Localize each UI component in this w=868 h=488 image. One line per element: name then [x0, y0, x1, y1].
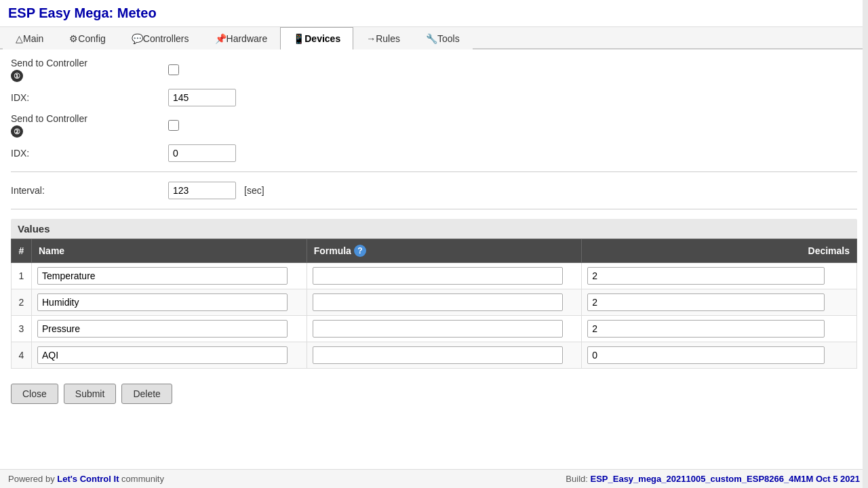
row-decimals-cell [582, 342, 857, 369]
table-row: 1 [12, 263, 857, 289]
values-section-header: Values [11, 219, 857, 239]
row-num: 1 [12, 263, 32, 289]
formula-input-1[interactable] [313, 267, 563, 285]
formula-input-2[interactable] [313, 293, 563, 311]
decimals-input-3[interactable] [587, 320, 825, 338]
scrollbar[interactable] [863, 0, 868, 488]
app-header: ESP Easy Mega: Meteo [0, 0, 868, 27]
col-decimals-header: Decimals [582, 239, 857, 263]
powered-by-suffix: community [119, 474, 163, 484]
build-value: ESP_Easy_mega_20211005_custom_ESP8266_4M… [591, 474, 861, 484]
table-row: 2 [12, 289, 857, 316]
col-name-header: Name [32, 239, 307, 263]
row-name-cell [32, 316, 307, 342]
nav-tab-rules[interactable]: →Rules [353, 27, 413, 49]
interval-unit: [sec] [244, 185, 264, 196]
controller-2-badge: ② [11, 125, 23, 138]
decimals-input-2[interactable] [587, 293, 825, 311]
idx-1-label: IDX: [11, 92, 160, 103]
row-num: 2 [12, 289, 32, 316]
send-to-controller-1-row: Send to Controller ① [11, 58, 857, 82]
formula-input-3[interactable] [313, 320, 563, 338]
table-header-row: # Name Formula ? Decimals [12, 239, 857, 263]
table-row: 4 [12, 342, 857, 369]
idx-2-label: IDX: [11, 148, 160, 159]
nav-tab-devices[interactable]: 📱Devices [280, 27, 353, 49]
decimals-input-1[interactable] [587, 267, 825, 285]
close-button[interactable]: Close [11, 384, 58, 404]
name-input-2[interactable] [37, 293, 288, 311]
send-to-controller-2-checkbox[interactable] [168, 120, 179, 131]
name-input-3[interactable] [37, 320, 288, 338]
formula-input-4[interactable] [313, 346, 563, 364]
powered-by-prefix: Powered by [8, 474, 57, 484]
name-input-4[interactable] [37, 346, 288, 364]
send-to-controller-1-label: Send to Controller ① [11, 58, 160, 82]
main-content: Send to Controller ① IDX: Send to Contro… [0, 49, 868, 415]
nav-tab-config[interactable]: ⚙Config [56, 27, 118, 49]
send-to-controller-1-checkbox[interactable] [168, 64, 179, 75]
send-to-controller-2-label: Send to Controller ② [11, 113, 160, 138]
app-title: ESP Easy Mega: Meteo [8, 5, 860, 21]
interval-row: Interval: [sec] [11, 182, 857, 199]
button-row: Close Submit Delete [11, 381, 857, 407]
table-row: 3 [12, 316, 857, 342]
delete-button[interactable]: Delete [121, 384, 172, 404]
powered-by: Powered by Let's Control It community [8, 474, 164, 484]
idx-1-row: IDX: [11, 89, 857, 106]
nav-tab-hardware[interactable]: 📌Hardware [202, 27, 281, 49]
row-name-cell [32, 263, 307, 289]
row-decimals-cell [582, 263, 857, 289]
row-name-cell [32, 289, 307, 316]
divider-1 [11, 171, 857, 172]
divider-2 [11, 209, 857, 209]
submit-button[interactable]: Submit [64, 384, 117, 404]
col-formula-header: Formula ? [307, 239, 582, 263]
interval-input[interactable] [168, 182, 236, 199]
idx-1-input[interactable] [168, 89, 236, 106]
nav-tab-main[interactable]: △Main [3, 27, 56, 49]
interval-label: Interval: [11, 185, 160, 196]
nav-tab-tools[interactable]: 🔧Tools [413, 27, 473, 49]
row-num: 3 [12, 316, 32, 342]
name-input-1[interactable] [37, 267, 288, 285]
idx-2-input[interactable] [168, 144, 236, 162]
row-decimals-cell [582, 289, 857, 316]
decimals-input-4[interactable] [587, 346, 825, 364]
idx-2-row: IDX: [11, 144, 857, 162]
row-formula-cell [307, 342, 582, 369]
send-to-controller-2-row: Send to Controller ② [11, 113, 857, 138]
row-decimals-cell [582, 316, 857, 342]
lets-control-it-link[interactable]: Let's Control It [57, 474, 119, 484]
values-table: # Name Formula ? Decimals 1 [11, 239, 857, 369]
build-label: Build: [566, 474, 588, 484]
controller-1-badge: ① [11, 70, 23, 82]
nav-tabs: △Main⚙Config💬Controllers📌Hardware📱Device… [0, 27, 868, 49]
row-formula-cell [307, 289, 582, 316]
col-num-header: # [12, 239, 32, 263]
nav-tab-controllers[interactable]: 💬Controllers [119, 27, 202, 49]
formula-help-icon[interactable]: ? [354, 245, 366, 257]
row-formula-cell [307, 263, 582, 289]
build-info: Build: ESP_Easy_mega_20211005_custom_ESP… [566, 474, 860, 484]
row-formula-cell [307, 316, 582, 342]
row-name-cell [32, 342, 307, 369]
footer: Powered by Let's Control It community Bu… [0, 469, 868, 488]
row-num: 4 [12, 342, 32, 369]
